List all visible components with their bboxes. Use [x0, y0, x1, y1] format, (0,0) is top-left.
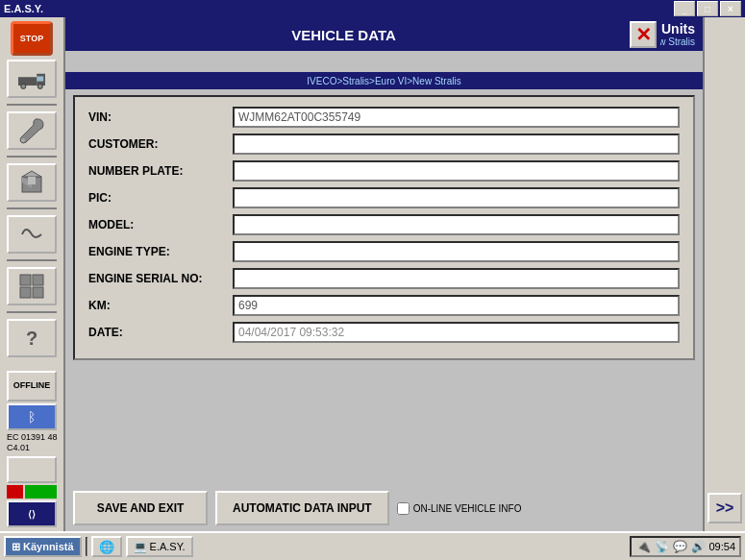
sidebar-wrench-button[interactable] [7, 111, 57, 150]
svg-rect-0 [18, 77, 37, 85]
taskbar-item-app[interactable]: 💻 E.A.SY. [126, 536, 193, 557]
pic-label: PIC: [88, 191, 233, 205]
model-row: MODEL: [88, 214, 680, 235]
breadcrumb: IVECO>Stralis>Euro VI>New Stralis [307, 76, 460, 86]
sidebar-divider-4 [7, 259, 57, 261]
inner-content: STOP [0, 17, 745, 531]
main-window: E.A.S.Y. _ □ × STOP [0, 0, 745, 531]
help-icon: ? [26, 328, 37, 350]
bluetooth-button[interactable]: ᛒ [7, 403, 57, 430]
offline-label: OFF [13, 381, 31, 391]
wrench-icon [18, 117, 45, 144]
sidebar-divider-2 [7, 156, 57, 158]
save-and-exit-button[interactable]: SAVE AND EXIT [73, 491, 208, 525]
engine-type-label: ENGINE TYPE: [88, 245, 233, 258]
vin-input[interactable] [233, 107, 680, 128]
button-row: SAVE AND EXIT AUTOMATIC DATA INPUT ON-LI… [73, 491, 695, 525]
taskbar-clock: 09:54 [708, 541, 735, 552]
customer-label: CUSTOMER: [88, 137, 233, 151]
sidebar-indicator [7, 485, 57, 499]
engine-serial-label: ENGINE SERIAL NO: [88, 272, 233, 285]
svg-rect-4 [37, 76, 43, 81]
start-icon: ⊞ [12, 541, 20, 553]
online-vehicle-info-label: ON-LINE VEHICLE INFO [413, 503, 522, 514]
start-button[interactable]: ⊞ Käynnistä [4, 536, 82, 557]
engine-type-row: ENGINE TYPE: [88, 241, 680, 262]
sidebar-package-button[interactable] [7, 163, 57, 202]
forward-icon: >> [716, 499, 734, 517]
sidebar-grid-button[interactable] [7, 267, 57, 305]
date-input[interactable] [233, 322, 680, 343]
arrow-panel: >> [703, 17, 745, 531]
sidebar-signal-button[interactable] [7, 215, 57, 254]
title-bar: E.A.S.Y. _ □ × [0, 0, 745, 17]
vehicle-panel: VIN: CUSTOMER: NUMBER PLATE: [65, 89, 703, 531]
title-bar-label: E.A.S.Y. [4, 3, 43, 14]
line-label: LINE [31, 381, 51, 391]
vehicle-data-bar: VEHICLE DATA ✕ [65, 18, 660, 51]
sidebar-small-button[interactable] [7, 456, 57, 483]
online-vehicle-info-checkbox[interactable] [397, 502, 410, 515]
connect-button[interactable]: ⟨⟩ [7, 500, 57, 527]
sidebar-info: OFF LINE ᛒ EC 01391 48 C4.01 ⟨⟩ [7, 371, 57, 527]
automatic-data-input-button[interactable]: AUTOMATIC DATA INPUT [215, 491, 389, 525]
stop-label: STOP [20, 34, 43, 43]
number-plate-input[interactable] [233, 160, 680, 182]
sidebar-divider-1 [7, 104, 57, 106]
customer-row: CUSTOMER: [88, 134, 680, 155]
model-label: MODEL: [88, 218, 233, 231]
sidebar-help-button[interactable]: ? [7, 319, 57, 357]
stop-button[interactable]: STOP [11, 21, 53, 56]
vin-row: VIN: [88, 107, 680, 128]
signal-icon [18, 221, 45, 248]
engine-type-input[interactable] [233, 241, 680, 262]
tray-icon-1: 🔌 [635, 539, 651, 554]
taskbar-item-ie[interactable]: 🌐 [91, 536, 122, 557]
online-vehicle-info-area: ON-LINE VEHICLE INFO [397, 502, 522, 515]
minimize-button[interactable]: _ [674, 1, 695, 16]
start-label: Käynnistä [23, 541, 74, 552]
pic-input[interactable] [233, 187, 680, 208]
offline-status: OFF LINE [7, 371, 57, 402]
km-input[interactable] [233, 295, 680, 316]
svg-rect-10 [20, 275, 31, 285]
package-icon [18, 169, 45, 196]
indicator-red [7, 485, 23, 499]
top-header: 0006391 Days: 30 Electronic Control Unit… [65, 17, 703, 51]
form-panel: VIN: CUSTOMER: NUMBER PLATE: [73, 95, 695, 360]
svg-point-5 [21, 138, 25, 142]
close-x-icon: ✕ [635, 25, 652, 44]
km-row: KM: [88, 295, 680, 316]
close-button[interactable]: × [720, 1, 741, 16]
svg-marker-7 [22, 171, 41, 177]
ie-icon: 🌐 [99, 540, 114, 554]
tray-icon-2: 📡 [654, 539, 669, 554]
customer-input[interactable] [233, 134, 680, 155]
engine-serial-input[interactable] [233, 268, 680, 289]
number-plate-row: NUMBER PLATE: [88, 160, 680, 182]
svg-rect-13 [33, 287, 43, 298]
sidebar: STOP [0, 17, 65, 531]
taskbar-tray: 🔌 📡 💬 🔊 09:54 [630, 536, 741, 557]
tray-icon-3: 💬 [672, 539, 687, 554]
forward-button[interactable]: >> [708, 493, 742, 523]
pic-row: PIC: [88, 187, 680, 208]
form-spacer [73, 368, 695, 487]
taskbar: ⊞ Käynnistä 🌐 💻 E.A.SY. 🔌 📡 💬 🔊 09:54 [0, 531, 745, 560]
truck-icon [18, 65, 45, 92]
model-input[interactable] [233, 214, 680, 235]
breadcrumb-bar: IVECO>Stralis>Euro VI>New Stralis [65, 72, 703, 89]
connect-icon: ⟨⟩ [28, 509, 36, 520]
svg-rect-9 [28, 177, 36, 184]
vehicle-data-title: VEHICLE DATA [65, 27, 622, 43]
sidebar-truck-button[interactable] [7, 60, 57, 98]
maximize-button[interactable]: □ [697, 1, 718, 16]
sidebar-divider-5 [7, 311, 57, 313]
sidebar-code: EC 01391 48 C4.01 [7, 432, 57, 454]
vehicle-data-close-button[interactable]: ✕ [630, 21, 657, 48]
svg-rect-12 [20, 287, 31, 298]
svg-point-3 [37, 84, 42, 88]
date-label: DATE: [88, 326, 233, 339]
taskbar-separator [86, 537, 87, 556]
bluetooth-icon: ᛒ [28, 409, 36, 425]
